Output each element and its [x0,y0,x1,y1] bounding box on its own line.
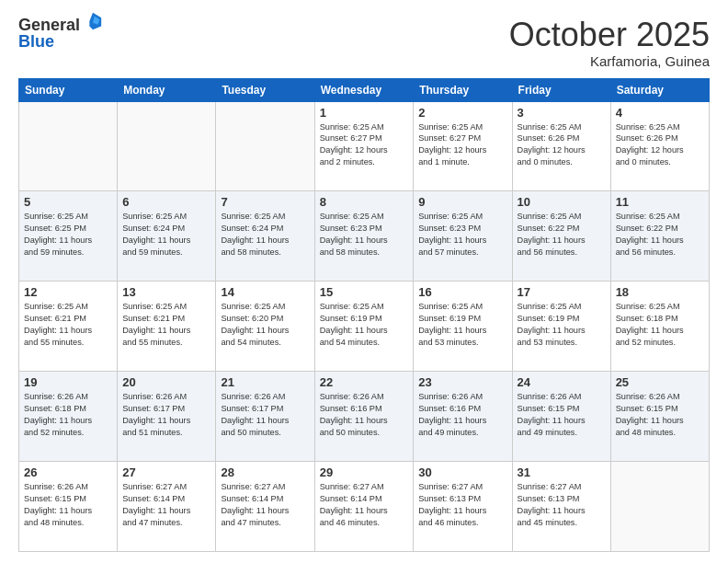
day-number: 3 [518,106,606,120]
page: General Blue October 2025 Karfamoria, Gu… [0,0,728,563]
table-row: 14Sunrise: 6:25 AM Sunset: 6:20 PM Dayli… [216,282,314,372]
table-row: 25Sunrise: 6:26 AM Sunset: 6:15 PM Dayli… [610,372,709,462]
day-number: 18 [616,285,704,299]
day-number: 26 [24,465,112,479]
table-row: 20Sunrise: 6:26 AM Sunset: 6:17 PM Dayli… [118,372,216,462]
header: General Blue October 2025 Karfamoria, Gu… [18,17,710,69]
table-row [610,462,709,552]
table-row: 21Sunrise: 6:26 AM Sunset: 6:17 PM Dayli… [216,372,314,462]
day-number: 29 [320,465,409,479]
header-monday: Monday [118,78,216,101]
table-row: 2Sunrise: 6:25 AM Sunset: 6:27 PM Daylig… [414,101,512,191]
logo: General Blue [18,17,103,50]
header-thursday: Thursday [414,78,512,101]
day-number: 31 [518,465,606,479]
day-number: 2 [418,106,506,120]
day-info: Sunrise: 6:25 AM Sunset: 6:26 PM Dayligh… [518,121,606,169]
table-row: 22Sunrise: 6:26 AM Sunset: 6:16 PM Dayli… [314,372,414,462]
day-info: Sunrise: 6:25 AM Sunset: 6:27 PM Dayligh… [418,121,506,169]
day-number: 10 [518,195,606,209]
table-row: 11Sunrise: 6:25 AM Sunset: 6:22 PM Dayli… [610,191,709,282]
day-number: 16 [418,285,506,299]
day-info: Sunrise: 6:25 AM Sunset: 6:19 PM Dayligh… [418,301,506,349]
day-info: Sunrise: 6:25 AM Sunset: 6:22 PM Dayligh… [616,211,704,259]
day-number: 12 [24,285,112,299]
day-info: Sunrise: 6:27 AM Sunset: 6:14 PM Dayligh… [320,481,409,529]
day-number: 14 [221,285,309,299]
day-number: 6 [122,195,210,209]
calendar-week-row: 19Sunrise: 6:26 AM Sunset: 6:18 PM Dayli… [19,372,710,462]
day-number: 1 [320,106,409,120]
day-info: Sunrise: 6:25 AM Sunset: 6:18 PM Dayligh… [616,301,704,349]
table-row [118,101,216,191]
header-sunday: Sunday [19,78,118,101]
calendar-week-row: 1Sunrise: 6:25 AM Sunset: 6:27 PM Daylig… [19,101,710,191]
table-row: 30Sunrise: 6:27 AM Sunset: 6:13 PM Dayli… [414,462,512,552]
day-number: 17 [518,285,606,299]
day-info: Sunrise: 6:25 AM Sunset: 6:21 PM Dayligh… [122,301,210,349]
day-info: Sunrise: 6:26 AM Sunset: 6:18 PM Dayligh… [24,391,112,439]
table-row: 19Sunrise: 6:26 AM Sunset: 6:18 PM Dayli… [19,372,118,462]
day-info: Sunrise: 6:25 AM Sunset: 6:19 PM Dayligh… [518,301,606,349]
day-info: Sunrise: 6:25 AM Sunset: 6:21 PM Dayligh… [24,301,112,349]
day-number: 7 [221,195,309,209]
day-number: 9 [418,195,506,209]
day-number: 21 [221,375,309,389]
header-friday: Friday [512,78,610,101]
table-row: 13Sunrise: 6:25 AM Sunset: 6:21 PM Dayli… [118,282,216,372]
day-info: Sunrise: 6:26 AM Sunset: 6:15 PM Dayligh… [518,391,606,439]
table-row: 24Sunrise: 6:26 AM Sunset: 6:15 PM Dayli… [512,372,610,462]
day-info: Sunrise: 6:27 AM Sunset: 6:14 PM Dayligh… [221,481,309,529]
day-number: 30 [418,465,506,479]
day-number: 19 [24,375,112,389]
logo-icon [83,11,103,31]
day-info: Sunrise: 6:25 AM Sunset: 6:22 PM Dayligh… [518,211,606,259]
day-info: Sunrise: 6:25 AM Sunset: 6:27 PM Dayligh… [320,121,409,169]
table-row: 29Sunrise: 6:27 AM Sunset: 6:14 PM Dayli… [314,462,414,552]
day-number: 25 [616,375,704,389]
day-number: 5 [24,195,112,209]
day-info: Sunrise: 6:26 AM Sunset: 6:16 PM Dayligh… [320,391,409,439]
day-info: Sunrise: 6:25 AM Sunset: 6:23 PM Dayligh… [418,211,506,259]
table-row: 10Sunrise: 6:25 AM Sunset: 6:22 PM Dayli… [512,191,610,282]
logo-general: General [18,17,80,33]
table-row: 4Sunrise: 6:25 AM Sunset: 6:26 PM Daylig… [610,101,709,191]
day-number: 22 [320,375,409,389]
day-info: Sunrise: 6:26 AM Sunset: 6:16 PM Dayligh… [418,391,506,439]
logo-blue: Blue [18,33,103,50]
day-info: Sunrise: 6:26 AM Sunset: 6:17 PM Dayligh… [122,391,210,439]
table-row: 12Sunrise: 6:25 AM Sunset: 6:21 PM Dayli… [19,282,118,372]
day-number: 4 [616,106,704,120]
day-number: 28 [221,465,309,479]
calendar-week-row: 26Sunrise: 6:26 AM Sunset: 6:15 PM Dayli… [19,462,710,552]
table-row: 6Sunrise: 6:25 AM Sunset: 6:24 PM Daylig… [118,191,216,282]
table-row: 16Sunrise: 6:25 AM Sunset: 6:19 PM Dayli… [414,282,512,372]
table-row: 7Sunrise: 6:25 AM Sunset: 6:24 PM Daylig… [216,191,314,282]
table-row: 8Sunrise: 6:25 AM Sunset: 6:23 PM Daylig… [314,191,414,282]
day-info: Sunrise: 6:27 AM Sunset: 6:14 PM Dayligh… [122,481,210,529]
day-info: Sunrise: 6:25 AM Sunset: 6:24 PM Dayligh… [221,211,309,259]
table-row: 17Sunrise: 6:25 AM Sunset: 6:19 PM Dayli… [512,282,610,372]
header-tuesday: Tuesday [216,78,314,101]
day-info: Sunrise: 6:26 AM Sunset: 6:15 PM Dayligh… [616,391,704,439]
calendar-table: Sunday Monday Tuesday Wednesday Thursday… [18,78,710,552]
day-number: 20 [122,375,210,389]
day-info: Sunrise: 6:25 AM Sunset: 6:23 PM Dayligh… [320,211,409,259]
table-row: 31Sunrise: 6:27 AM Sunset: 6:13 PM Dayli… [512,462,610,552]
title-block: October 2025 Karfamoria, Guinea [509,17,710,69]
day-info: Sunrise: 6:27 AM Sunset: 6:13 PM Dayligh… [418,481,506,529]
location: Karfamoria, Guinea [509,53,710,69]
table-row: 5Sunrise: 6:25 AM Sunset: 6:25 PM Daylig… [19,191,118,282]
day-info: Sunrise: 6:26 AM Sunset: 6:17 PM Dayligh… [221,391,309,439]
table-row: 3Sunrise: 6:25 AM Sunset: 6:26 PM Daylig… [512,101,610,191]
month-title: October 2025 [509,17,710,53]
day-info: Sunrise: 6:25 AM Sunset: 6:26 PM Dayligh… [616,121,704,169]
table-row: 18Sunrise: 6:25 AM Sunset: 6:18 PM Dayli… [610,282,709,372]
calendar-week-row: 5Sunrise: 6:25 AM Sunset: 6:25 PM Daylig… [19,191,710,282]
calendar-week-row: 12Sunrise: 6:25 AM Sunset: 6:21 PM Dayli… [19,282,710,372]
table-row: 23Sunrise: 6:26 AM Sunset: 6:16 PM Dayli… [414,372,512,462]
day-number: 15 [320,285,409,299]
day-info: Sunrise: 6:25 AM Sunset: 6:19 PM Dayligh… [320,301,409,349]
day-info: Sunrise: 6:25 AM Sunset: 6:25 PM Dayligh… [24,211,112,259]
day-info: Sunrise: 6:25 AM Sunset: 6:24 PM Dayligh… [122,211,210,259]
